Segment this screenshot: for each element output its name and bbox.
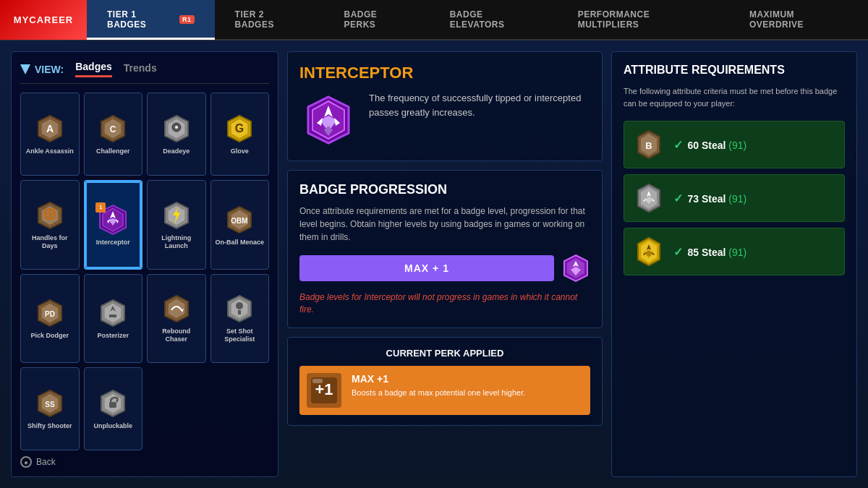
svg-text:B: B: [645, 140, 652, 151]
circle-icon: ●: [20, 456, 32, 468]
badge-name-pick-dodger: Pick Dodger: [30, 332, 69, 340]
badge-icon-rebound-chaser: [161, 293, 192, 325]
badge-item-pick-dodger[interactable]: PD Pick Dodger: [20, 274, 80, 363]
badge-icon-handles-for-days: [34, 200, 66, 231]
badge-item-interceptor[interactable]: 1 Interceptor: [84, 180, 143, 269]
badge-icon-glove: G: [224, 113, 255, 145]
badge-desc-row: The frequency of successfully tipped or …: [299, 91, 590, 149]
badge-icon-posterizer: [97, 297, 129, 329]
badge-icon-deadeye: [161, 113, 192, 145]
attribute-requirements-title: ATTRIBUTE REQUIREMENTS: [624, 64, 845, 77]
level-bar: MAX + 1: [299, 255, 554, 281]
badge-name-shifty-shooter: Shifty Shooter: [27, 422, 72, 430]
svg-rect-63: [312, 379, 323, 383]
attribute-row-gold: ✓ 85 Steal (91): [624, 228, 845, 275]
view-header: VIEW: Badges Trends: [20, 61, 269, 84]
middle-panel: INTERCEPTOR The frequency of successfull…: [287, 51, 603, 477]
back-button[interactable]: ● Back: [20, 450, 269, 468]
badge-icon-ankle-assassin: A: [34, 113, 66, 145]
perk-text: MAX +1 Boosts a badge at max potential o…: [352, 373, 583, 398]
right-panel: ATTRIBUTE REQUIREMENTS The following att…: [611, 51, 857, 477]
attribute-row-bronze: B ✓ 60 Steal (91): [624, 121, 845, 168]
svg-text:OBM: OBM: [231, 217, 248, 225]
tab-badge-elevators[interactable]: Badge Elevators: [430, 0, 558, 40]
badge-item-posterizer[interactable]: Posterizer: [84, 274, 143, 363]
perk-icon: +1: [307, 373, 341, 408]
badge-name-ankle-assassin: Ankle Assassin: [26, 147, 74, 155]
svg-point-42: [236, 302, 243, 309]
badge-name-challenger: Challenger: [96, 147, 130, 155]
main-content: VIEW: Badges Trends A Ankle Assassin: [0, 40, 868, 488]
view-label: VIEW:: [20, 64, 64, 75]
top-navigation: MyCAREER Tier 1 Badges R1 Tier 2 Badges …: [0, 0, 868, 40]
attribute-check-silver: ✓ 73 Steal (91): [673, 192, 746, 205]
level-bar-row: MAX + 1: [299, 254, 590, 283]
progression-title: BADGE PROGRESSION: [299, 182, 590, 197]
tab-badge-perks[interactable]: Badge Perks: [324, 0, 430, 40]
badge-name-interceptor: Interceptor: [96, 239, 130, 247]
tab-badges[interactable]: Badges: [75, 61, 112, 77]
svg-text:SS: SS: [45, 401, 55, 408]
badge-icon-set-shot-specialist: [224, 293, 255, 325]
attribute-check-gold: ✓ 85 Steal (91): [673, 245, 746, 259]
tab-trends[interactable]: Trends: [124, 62, 157, 77]
attribute-requirements-description: The following attribute criteria must be…: [624, 85, 845, 109]
badge-item-lightning-launch[interactable]: Lightning Launch: [147, 180, 206, 269]
badge-info-card: INTERCEPTOR The frequency of successfull…: [287, 51, 603, 161]
tab-performance-multipliers[interactable]: Performance Multipliers: [558, 0, 729, 40]
badge-icon-challenger: C: [97, 113, 129, 145]
perk-name: MAX +1: [352, 373, 583, 385]
badge-name-deadeye: Deadeye: [163, 147, 190, 155]
badge-item-rebound-chaser[interactable]: Rebound Chaser: [147, 274, 206, 363]
perk-section-title: CURRENT PERK APPLIED: [299, 348, 590, 359]
svg-text:G: G: [235, 122, 244, 134]
tab-maximum-overdrive[interactable]: Maximum Overdrive: [729, 0, 868, 40]
svg-text:A: A: [46, 123, 54, 134]
svg-text:C: C: [110, 124, 116, 134]
tab-tier1-badges[interactable]: Tier 1 Badges R1: [87, 0, 215, 40]
svg-rect-49: [109, 402, 116, 408]
badge-icon-lightning-launch: [161, 200, 192, 231]
badge-name-glove: Glove: [231, 147, 249, 155]
svg-rect-43: [238, 310, 241, 314]
badge-title: INTERCEPTOR: [299, 64, 590, 82]
attribute-medal-silver: [633, 182, 665, 214]
svg-point-9: [175, 126, 178, 129]
badge-item-set-shot-specialist[interactable]: Set Shot Specialist: [210, 274, 270, 363]
r1-badge: R1: [179, 15, 195, 24]
badge-item-challenger[interactable]: C Challenger: [84, 93, 143, 176]
warning-text: Badge levels for Interceptor will not pr…: [299, 291, 590, 316]
badge-item-ankle-assassin[interactable]: A Ankle Assassin: [20, 93, 80, 176]
badge-big-icon: [299, 91, 357, 149]
badge-icon-on-ball-menace: OBM: [224, 204, 255, 236]
attribute-medal-gold: [633, 236, 665, 267]
badge-name-set-shot-specialist: Set Shot Specialist: [214, 328, 266, 343]
perk-card: CURRENT PERK APPLIED +1 MAX +1 Boosts a …: [287, 337, 603, 426]
interceptor-level-badge: 1: [95, 202, 106, 213]
mycareer-logo: MyCAREER: [0, 0, 87, 40]
badge-name-on-ball-menace: On-Ball Menace: [215, 239, 264, 247]
badge-item-glove[interactable]: G Glove: [210, 93, 270, 176]
attribute-check-bronze: ✓ 60 Steal (91): [673, 138, 746, 152]
badge-description: The frequency of successfully tipped or …: [369, 91, 590, 119]
badge-item-unpluckable[interactable]: Unpluckable: [84, 367, 143, 450]
badge-item-on-ball-menace[interactable]: OBM On-Ball Menace: [210, 180, 270, 269]
svg-text:PD: PD: [45, 310, 55, 318]
tab-tier2-badges[interactable]: Tier 2 Badges: [215, 0, 324, 40]
triangle-icon: [20, 64, 30, 74]
progression-description: Once attribute requirements are met for …: [299, 205, 590, 244]
perk-content: +1 MAX +1 Boosts a badge at max potentia…: [299, 366, 590, 415]
badge-name-handles-for-days: Handles for Days: [24, 234, 76, 250]
badge-grid: A Ankle Assassin C Challenger: [20, 93, 269, 450]
attribute-medal-bronze: B: [633, 129, 665, 160]
badge-icon-interceptor: 1: [97, 204, 129, 236]
progression-card: BADGE PROGRESSION Once attribute require…: [287, 170, 603, 328]
badge-name-lightning-launch: Lightning Launch: [150, 234, 203, 250]
badge-name-unpluckable: Unpluckable: [93, 422, 132, 430]
badge-item-handles-for-days[interactable]: Handles for Days: [20, 180, 80, 269]
perk-description: Boosts a badge at max potential one leve…: [352, 388, 583, 398]
badge-name-posterizer: Posterizer: [97, 332, 129, 340]
badge-name-rebound-chaser: Rebound Chaser: [150, 328, 203, 343]
badge-item-shifty-shooter[interactable]: SS Shifty Shooter: [20, 367, 80, 450]
badge-item-deadeye[interactable]: Deadeye: [147, 93, 206, 176]
